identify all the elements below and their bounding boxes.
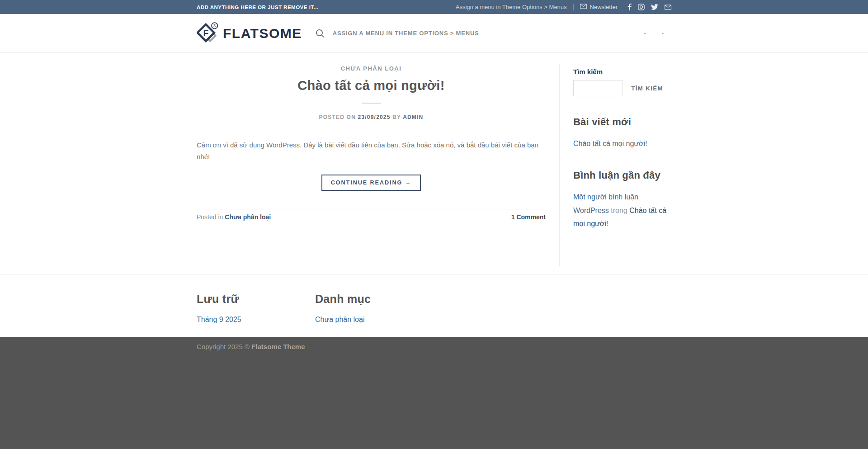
footer-widgets: Lưu trữ Tháng 9 2025 Danh mục Chưa phân …: [0, 274, 868, 337]
instagram-icon[interactable]: [638, 4, 645, 10]
post-date-link[interactable]: 23/09/2025: [358, 114, 391, 120]
search-submit-button[interactable]: TÌM KIẾM: [623, 80, 671, 97]
sidebar: Tìm kiếm TÌM KIẾM Bài viết mới Chào tất …: [559, 64, 671, 266]
footer-archive-column: Lưu trữ Tháng 9 2025: [197, 293, 315, 324]
copyright-bar: Copyright 2025 © Flatsome Theme: [0, 337, 868, 449]
footer-category-link[interactable]: Chưa phân loại: [315, 316, 434, 324]
recent-post-link[interactable]: Chào tất cả mọi người!: [573, 140, 647, 147]
copyright-text: Copyright 2025 © Flatsome Theme: [197, 343, 671, 350]
post-title: Chào tất cả mọi người!: [197, 77, 546, 94]
assign-menu-link[interactable]: Assign a menu in Theme Options > Menus: [456, 4, 567, 10]
main-content: CHƯA PHÂN LOẠI Chào tất cả mọi người! PO…: [197, 53, 671, 274]
continue-reading-button[interactable]: CONTINUE READING →: [321, 175, 421, 191]
svg-text:F: F: [203, 28, 208, 38]
copyright-brand: Flatsome Theme: [251, 343, 305, 350]
page: ADD ANYTHING HERE OR JUST REMOVE IT... A…: [0, 0, 868, 449]
envelope-icon: [580, 4, 587, 10]
post-title-link[interactable]: Chào tất cả mọi người!: [297, 78, 444, 93]
comment-author-link[interactable]: Một người bình luận WordPress: [573, 193, 638, 214]
comment-connector: trong: [611, 207, 627, 214]
entry-footer: Posted in Chưa phân loại 1 Comment: [197, 209, 546, 225]
post-category-link[interactable]: CHƯA PHÂN LOẠI: [341, 65, 402, 72]
title-divider: [362, 103, 381, 104]
posted-on-label: POSTED ON: [319, 114, 356, 120]
facebook-icon[interactable]: [627, 4, 632, 10]
post-excerpt: Cảm ơn vì đã sử dụng WordPress. Đây là b…: [197, 139, 546, 162]
search-input[interactable]: [573, 80, 623, 96]
search-widget-label: Tìm kiếm: [573, 68, 671, 76]
header-placeholder-1[interactable]: -: [636, 30, 653, 37]
post-column: CHƯA PHÂN LOẠI Chào tất cả mọi người! PO…: [197, 64, 559, 266]
email-icon[interactable]: [665, 5, 671, 10]
posted-in-label: Posted in: [197, 213, 223, 221]
topbar-divider: [573, 4, 574, 10]
copyright-prefix: Copyright 2025 ©: [197, 343, 251, 350]
header-menu-link[interactable]: ASSIGN A MENU IN THEME OPTIONS > MENUS: [333, 30, 479, 37]
newsletter-label: Newsletter: [590, 4, 618, 10]
flatsome-logo-icon: F 3: [197, 22, 218, 45]
newsletter-link[interactable]: Newsletter: [580, 4, 618, 10]
category-heading: Danh mục: [315, 293, 434, 306]
recent-posts-heading: Bài viết mới: [573, 116, 671, 128]
by-label: BY: [392, 114, 401, 120]
post-author-link[interactable]: ADMIN: [403, 114, 423, 120]
twitter-icon[interactable]: [651, 4, 658, 10]
site-header: F 3 FLATSOME ASSIGN A MENU IN THEME OPTI…: [0, 14, 868, 53]
header-placeholder-2[interactable]: -: [654, 30, 671, 37]
posted-in-category-link[interactable]: Chưa phân loại: [225, 213, 271, 221]
archive-heading: Lưu trữ: [197, 293, 315, 306]
footer-category-column: Danh mục Chưa phân loại: [315, 293, 434, 324]
post-article: CHƯA PHÂN LOẠI Chào tất cả mọi người! PO…: [197, 64, 546, 225]
announcement-text: ADD ANYTHING HERE OR JUST REMOVE IT...: [197, 5, 319, 10]
logo-text: FLATSOME: [223, 26, 302, 41]
recent-comments-heading: Bình luận gần đây: [573, 170, 671, 181]
post-meta: POSTED ON 23/09/2025 BY ADMIN: [197, 114, 546, 120]
search-icon[interactable]: [316, 29, 325, 38]
logo-badge: 3: [213, 24, 216, 28]
top-bar: ADD ANYTHING HERE OR JUST REMOVE IT... A…: [0, 0, 868, 14]
archive-month-link[interactable]: Tháng 9 2025: [197, 316, 315, 324]
site-logo[interactable]: F 3 FLATSOME: [197, 22, 302, 45]
recent-comment-item: Một người bình luận WordPress trong Chào…: [573, 190, 671, 231]
comments-link[interactable]: 1 Comment: [511, 213, 546, 221]
